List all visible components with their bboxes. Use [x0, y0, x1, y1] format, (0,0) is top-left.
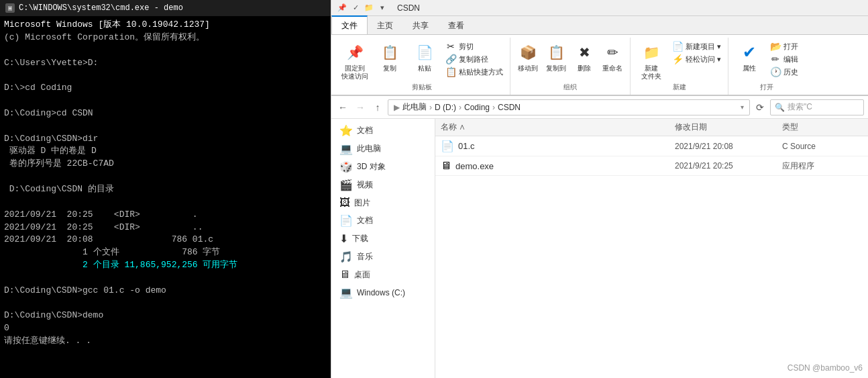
pin-quick-access-btn[interactable]: 📌 固定到快速访问 [338, 40, 372, 82]
file-area: 名称 ∧ 修改日期 类型 📄 01.c 2021/9/21 20:08 C So… [435, 119, 868, 378]
sidebar-item-7[interactable]: 🎵音乐 [331, 248, 435, 266]
path-arrow: ▶ [394, 103, 400, 112]
rename-label: 重命名 [602, 64, 622, 73]
copy-to-icon: 📋 [545, 42, 567, 63]
move-to-btn[interactable]: 📦 移动到 [514, 40, 541, 74]
file-list-header: 名称 ∧ 修改日期 类型 [435, 119, 868, 136]
check-icon: ✓ [350, 3, 361, 13]
path-csdn[interactable]: CSDN [498, 103, 521, 112]
copy-to-label: 复制到 [546, 64, 566, 73]
file-date-0: 2021/9/21 20:08 [675, 142, 782, 151]
history-btn[interactable]: 🕐 历史 [767, 66, 801, 78]
file-name-1: 🖥 demo.exe [441, 160, 675, 172]
sidebar-icon-0: ⭐ [339, 124, 353, 137]
new-item-icon: 📄 [672, 41, 683, 52]
path-drive[interactable]: D (D:) [435, 103, 456, 112]
file-type-0: C Source [782, 142, 863, 151]
ribbon-content: 📌 固定到快速访问 📋 复制 📄 粘贴 ✂ 剪切 [331, 35, 868, 95]
ribbon-group-organize: 📦 移动到 📋 复制到 ✖ 删除 ✏ 重命名 [510, 38, 631, 95]
ribbon-group-new: 📁 新建文件夹 📄 新建项目 ▾ ⚡ 轻松访问 ▾ 新建 [631, 38, 728, 95]
file-date-1: 2021/9/21 20:25 [675, 161, 782, 171]
sidebar-icon-5: 📄 [339, 214, 353, 227]
file-row-0[interactable]: 📄 01.c 2021/9/21 20:08 C Source [435, 136, 868, 156]
sep2: › [459, 103, 462, 112]
ribbon-tab-查看[interactable]: 查看 [439, 16, 474, 35]
delete-label: 删除 [578, 64, 591, 73]
file-type-1: 应用程序 [782, 160, 863, 172]
new-folder-label: 新建文件夹 [641, 64, 661, 81]
sidebar-item-2[interactable]: 🎲3D 对象 [331, 158, 435, 176]
new-folder-btn[interactable]: 📁 新建文件夹 [635, 40, 668, 82]
pin-icon: 📌 [337, 3, 347, 13]
delete-icon: ✖ [574, 42, 595, 63]
sidebar-icon-1: 💻 [339, 142, 353, 155]
move-icon: 📦 [517, 42, 539, 63]
paste-icon: 📄 [414, 42, 435, 63]
sidebar-item-6[interactable]: ⬇下载 [331, 230, 435, 248]
paste-btn[interactable]: 📄 粘贴 [408, 40, 441, 74]
cut-btn[interactable]: ✂ 剪切 [443, 40, 506, 52]
move-label: 移动到 [518, 64, 538, 73]
sidebar-icon-3: 🎬 [339, 179, 353, 191]
sidebar-item-8[interactable]: 🖥桌面 [331, 266, 435, 283]
address-bar[interactable]: ▶ 此电脑 › D (D:) › Coding › CSDN ▾ [388, 99, 750, 115]
explorer-titlebar: 📌 ✓ 📁 ▾ CSDN [331, 0, 868, 16]
cmd-window: ▣ C:\WINDOWS\system32\cmd.exe - demo Mic… [0, 0, 331, 378]
copy-path-btn[interactable]: 🔗 复制路径 [443, 53, 506, 65]
sidebar-label-4: 图片 [354, 197, 370, 209]
sidebar-item-5[interactable]: 📄文档 [331, 211, 435, 230]
new-group-label: 新建 [673, 83, 686, 93]
refresh-btn[interactable]: ⟳ [753, 100, 767, 115]
ribbon-tabs: 文件主页共享查看 [331, 16, 868, 35]
copy-path-label: 复制路径 [459, 54, 488, 64]
sidebar-icon-9: 💻 [339, 286, 353, 299]
up-btn[interactable]: ↑ [370, 100, 385, 115]
path-computer[interactable]: 此电脑 [402, 101, 427, 113]
open-label: 打开 [783, 42, 798, 52]
easy-access-icon: ⚡ [672, 54, 683, 64]
edit-btn[interactable]: ✏ 编辑 [767, 53, 801, 65]
forward-btn[interactable]: → [353, 100, 368, 115]
history-label: 历史 [783, 67, 798, 77]
cut-label: 剪切 [459, 42, 474, 52]
easy-access-btn[interactable]: ⚡ 轻松访问 ▾ [669, 53, 724, 65]
sidebar: ⭐文档💻此电脑🎲3D 对象🎬视频🖼图片📄文档⬇下载🎵音乐🖥桌面💻Windows … [331, 119, 435, 378]
col-date[interactable]: 修改日期 [675, 122, 782, 133]
open-items: ✔ 属性 📂 打开 ✏ 编辑 🕐 [733, 38, 801, 83]
new-folder-icon: 📁 [641, 42, 662, 63]
sidebar-item-4[interactable]: 🖼图片 [331, 194, 435, 211]
path-coding[interactable]: Coding [464, 103, 490, 112]
open-btn[interactable]: 📂 打开 [767, 40, 801, 52]
sidebar-icon-7: 🎵 [339, 250, 353, 263]
delete-btn[interactable]: ✖ 删除 [571, 40, 598, 74]
col-name[interactable]: 名称 ∧ [441, 122, 675, 133]
cmd-icon: ▣ [5, 3, 15, 13]
properties-label: 属性 [743, 64, 756, 73]
search-box[interactable]: 🔍 搜索"C [770, 99, 864, 115]
ribbon-tab-共享[interactable]: 共享 [403, 16, 439, 35]
address-dropdown-icon[interactable]: ▾ [741, 103, 744, 111]
sidebar-item-3[interactable]: 🎬视频 [331, 176, 435, 194]
new-item-btn[interactable]: 📄 新建项目 ▾ [669, 40, 724, 52]
sidebar-item-0[interactable]: ⭐文档 [331, 122, 435, 140]
ribbon-group-clipboard: 📌 固定到快速访问 📋 复制 📄 粘贴 ✂ 剪切 [334, 38, 510, 95]
folder-icon: 📁 [364, 3, 374, 13]
sidebar-item-1[interactable]: 💻此电脑 [331, 140, 435, 158]
back-btn[interactable]: ← [335, 100, 350, 115]
col-type[interactable]: 类型 [782, 122, 863, 133]
properties-btn[interactable]: ✔ 属性 [733, 40, 766, 74]
copy-btn[interactable]: 📋 复制 [373, 40, 406, 74]
copy-to-btn[interactable]: 📋 复制到 [543, 40, 569, 74]
ribbon-tab-主页[interactable]: 主页 [368, 16, 403, 35]
rename-btn[interactable]: ✏ 重命名 [599, 40, 626, 74]
sidebar-icon-2: 🎲 [339, 160, 353, 173]
explorer-body: ⭐文档💻此电脑🎲3D 对象🎬视频🖼图片📄文档⬇下载🎵音乐🖥桌面💻Windows … [331, 119, 868, 378]
sidebar-label-8: 桌面 [354, 269, 370, 281]
paste-label: 粘贴 [418, 64, 431, 73]
watermark: CSDN @bamboo_v6 [788, 363, 863, 373]
cmd-titlebar: ▣ C:\WINDOWS\system32\cmd.exe - demo [0, 0, 331, 16]
file-row-1[interactable]: 🖥 demo.exe 2021/9/21 20:25 应用程序 [435, 156, 868, 176]
sidebar-item-9[interactable]: 💻Windows (C:) [331, 283, 435, 301]
paste-shortcut-btn[interactable]: 📋 粘贴快捷方式 [443, 66, 506, 78]
ribbon-tab-文件[interactable]: 文件 [331, 15, 368, 34]
